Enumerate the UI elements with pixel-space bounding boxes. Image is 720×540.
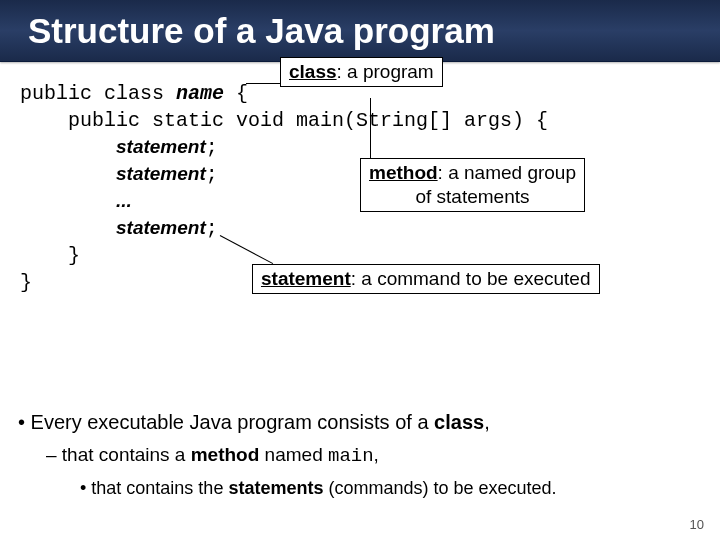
- code-l7: }: [20, 244, 80, 267]
- code-l1a: public class: [20, 82, 176, 105]
- callout-method-txt1: : a named group: [438, 162, 576, 183]
- callout-statement-txt: : a command to be executed: [351, 268, 591, 289]
- connector-class: [246, 83, 280, 84]
- code-l1c: {: [224, 82, 248, 105]
- b1-comma: ,: [484, 411, 490, 433]
- code-stmt1: statement: [116, 136, 206, 157]
- b1-bold: class: [434, 411, 484, 433]
- callout-statement-kw: statement: [261, 268, 351, 289]
- code-l6a: [20, 217, 116, 240]
- callout-method-kw: method: [369, 162, 438, 183]
- code-l4a: [20, 163, 116, 186]
- callout-class: class: a program: [280, 57, 443, 87]
- callout-method: method: a named group of statements: [360, 158, 585, 212]
- b2-text1: – that contains a: [46, 444, 191, 465]
- code-stmt2: statement: [116, 163, 206, 184]
- bullet-list: • Every executable Java program consists…: [18, 409, 702, 500]
- callout-class-txt: : a program: [337, 61, 434, 82]
- code-stmt3: statement: [116, 217, 206, 238]
- bullet-2: – that contains a method named main,: [46, 442, 702, 470]
- slide-title: Structure of a Java program: [28, 11, 495, 51]
- b3-text1: • that contains the: [80, 478, 228, 498]
- callout-method-txt2: of statements: [415, 186, 529, 207]
- b3-bold: statements: [228, 478, 323, 498]
- code-l3c: ;: [206, 136, 218, 159]
- code-l6c: ;: [206, 217, 218, 240]
- code-l5a: [20, 190, 116, 213]
- b2-comma: ,: [374, 444, 379, 465]
- b3-text2: (commands) to be executed.: [323, 478, 556, 498]
- code-l4c: ;: [206, 163, 218, 186]
- b2-bold: method: [191, 444, 260, 465]
- b2-text2: named: [259, 444, 328, 465]
- connector-method: [370, 98, 371, 158]
- callout-statement: statement: a command to be executed: [252, 264, 600, 294]
- page-number: 10: [690, 517, 704, 532]
- slide-content: public class name { public static void m…: [0, 62, 720, 296]
- code-l3a: [20, 136, 116, 159]
- code-l2: public static void main(String[] args) {: [20, 109, 548, 132]
- title-bar: Structure of a Java program: [0, 0, 720, 62]
- b1-text: • Every executable Java program consists…: [18, 411, 434, 433]
- code-l8: }: [20, 271, 32, 294]
- code-name: name: [176, 82, 224, 105]
- code-dots: ...: [116, 190, 132, 211]
- bullet-1: • Every executable Java program consists…: [18, 409, 702, 436]
- bullet-3: • that contains the statements (commands…: [80, 476, 702, 500]
- b2-mono: main: [328, 445, 374, 467]
- callout-class-kw: class: [289, 61, 337, 82]
